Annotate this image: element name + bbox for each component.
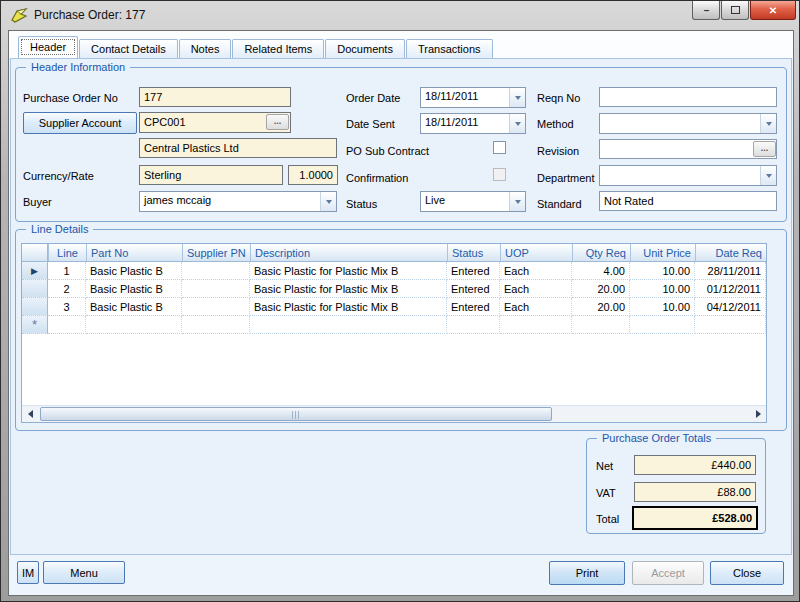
grid-header-line[interactable]: Line xyxy=(48,244,86,261)
cell-qty-req: 20.00 xyxy=(572,298,630,316)
status-dropdown-button[interactable] xyxy=(509,192,525,211)
order-date-dropdown-button[interactable] xyxy=(509,88,525,107)
grid-header-description[interactable]: Description xyxy=(250,244,447,261)
tab-transactions[interactable]: Transactions xyxy=(406,39,493,58)
row-selector[interactable] xyxy=(22,280,48,298)
net-field: £440.00 xyxy=(634,455,756,475)
date-sent-picker[interactable]: 18/11/2011 xyxy=(420,113,526,134)
grid-header-selector xyxy=(22,244,48,261)
cell-line: 3 xyxy=(48,298,86,316)
method-value xyxy=(600,114,760,133)
order-date-value: 18/11/2011 xyxy=(421,88,509,107)
tab-documents[interactable]: Documents xyxy=(325,39,405,58)
grid-header-date-req[interactable]: Date Req xyxy=(695,244,766,261)
grid-header-uop[interactable]: UOP xyxy=(500,244,572,261)
cell-supplier-pn xyxy=(182,298,250,316)
department-dropdown-button[interactable] xyxy=(760,166,776,185)
grid-header-status[interactable]: Status xyxy=(447,244,500,261)
purchase-order-totals-title: Purchase Order Totals xyxy=(597,431,716,446)
minimize-button[interactable]: – xyxy=(692,1,720,20)
new-row-selector[interactable]: * xyxy=(22,316,48,334)
chevron-down-icon xyxy=(515,200,521,204)
supplier-name-field[interactable]: Central Plastics Ltd xyxy=(139,138,337,158)
minimize-icon: – xyxy=(704,5,709,16)
header-information-title: Header Information xyxy=(26,60,130,75)
purchase-order-no-label: Purchase Order No xyxy=(23,91,118,105)
reqn-no-field[interactable] xyxy=(599,87,777,107)
close-button[interactable]: ✕ xyxy=(750,1,796,20)
status-combo[interactable]: Live xyxy=(420,191,526,212)
cell-supplier-pn xyxy=(182,280,250,298)
table-row[interactable]: 3 Basic Plastic B Basic Plastic for Plas… xyxy=(22,298,766,316)
revision-field[interactable] xyxy=(599,139,777,159)
chevron-down-icon xyxy=(766,174,772,178)
vat-label: VAT xyxy=(596,486,616,500)
close-form-button[interactable]: Close xyxy=(710,561,784,585)
scrollbar-track[interactable] xyxy=(38,406,750,423)
date-sent-dropdown-button[interactable] xyxy=(509,114,525,133)
scroll-left-button[interactable] xyxy=(22,406,38,423)
buyer-dropdown-button[interactable] xyxy=(320,192,336,211)
tab-notes[interactable]: Notes xyxy=(179,39,232,58)
chevron-down-icon xyxy=(326,200,332,204)
chevron-down-icon xyxy=(766,122,772,126)
scroll-right-icon xyxy=(756,410,761,418)
line-details-title: Line Details xyxy=(26,222,93,237)
scrollbar-thumb[interactable] xyxy=(40,407,552,421)
cell-part-no: Basic Plastic B xyxy=(86,298,182,316)
method-combo[interactable] xyxy=(599,113,777,134)
cell-supplier-pn xyxy=(182,262,250,280)
method-dropdown-button[interactable] xyxy=(760,114,776,133)
titlebar[interactable]: Purchase Order: 177 – ✕ xyxy=(1,1,799,30)
date-sent-value: 18/11/2011 xyxy=(421,114,509,133)
tab-contact-details[interactable]: Contact Details xyxy=(79,39,178,58)
supplier-browse-button[interactable]: ... xyxy=(266,114,289,130)
buyer-combo[interactable]: james mccaig xyxy=(139,191,337,212)
scroll-right-button[interactable] xyxy=(750,406,766,423)
cell-unit-price: 10.00 xyxy=(630,262,695,280)
maximize-icon xyxy=(731,6,740,14)
cell-date-req: 28/11/2011 xyxy=(695,262,766,280)
standard-field[interactable]: Not Rated xyxy=(599,191,777,211)
cell-empty xyxy=(572,316,630,334)
cell-empty xyxy=(182,316,250,334)
grid-header-unit-price[interactable]: Unit Price xyxy=(630,244,695,261)
menu-button[interactable]: Menu xyxy=(43,561,125,584)
department-value xyxy=(600,166,760,185)
table-row[interactable]: 2 Basic Plastic B Basic Plastic for Plas… xyxy=(22,280,766,298)
supplier-account-button[interactable]: Supplier Account xyxy=(23,112,137,134)
net-label: Net xyxy=(596,459,613,473)
rate-field[interactable]: 1.0000 xyxy=(288,165,338,185)
grid-header-qty-req[interactable]: Qty Req xyxy=(572,244,630,261)
grid-header-supplier-pn[interactable]: Supplier PN xyxy=(182,244,250,261)
row-selector[interactable] xyxy=(22,298,48,316)
cell-line: 2 xyxy=(48,280,86,298)
accept-button: Accept xyxy=(632,561,704,585)
cell-description: Basic Plastic for Plastic Mix B xyxy=(250,280,447,298)
purchase-order-window: Purchase Order: 177 – ✕ Header Contact D… xyxy=(0,0,800,602)
new-row[interactable]: * xyxy=(22,316,766,334)
cell-part-no: Basic Plastic B xyxy=(86,280,182,298)
cell-qty-req: 4.00 xyxy=(572,262,630,280)
table-row[interactable]: ▶ 1 Basic Plastic B Basic Plastic for Pl… xyxy=(22,262,766,280)
maximize-button[interactable] xyxy=(721,1,749,20)
cell-empty xyxy=(500,316,572,334)
row-selector-current[interactable]: ▶ xyxy=(22,262,48,280)
im-button[interactable]: IM xyxy=(17,561,39,584)
cell-line: 1 xyxy=(48,262,86,280)
cell-empty xyxy=(86,316,182,334)
tab-related-items[interactable]: Related Items xyxy=(232,39,324,58)
currency-field[interactable]: Sterling xyxy=(139,165,283,185)
cell-status: Entered xyxy=(447,262,500,280)
po-sub-contract-checkbox[interactable] xyxy=(493,141,506,154)
revision-browse-button[interactable]: ... xyxy=(753,141,776,157)
window-title: Purchase Order: 177 xyxy=(34,8,145,22)
order-date-picker[interactable]: 18/11/2011 xyxy=(420,87,526,108)
purchase-order-no-field[interactable]: 177 xyxy=(139,87,291,107)
department-combo[interactable] xyxy=(599,165,777,186)
grid-header-part-no[interactable]: Part No xyxy=(86,244,182,261)
confirmation-checkbox xyxy=(493,168,506,181)
tab-header[interactable]: Header xyxy=(18,36,78,58)
print-button[interactable]: Print xyxy=(549,561,625,585)
grid-horizontal-scrollbar[interactable] xyxy=(22,405,766,422)
